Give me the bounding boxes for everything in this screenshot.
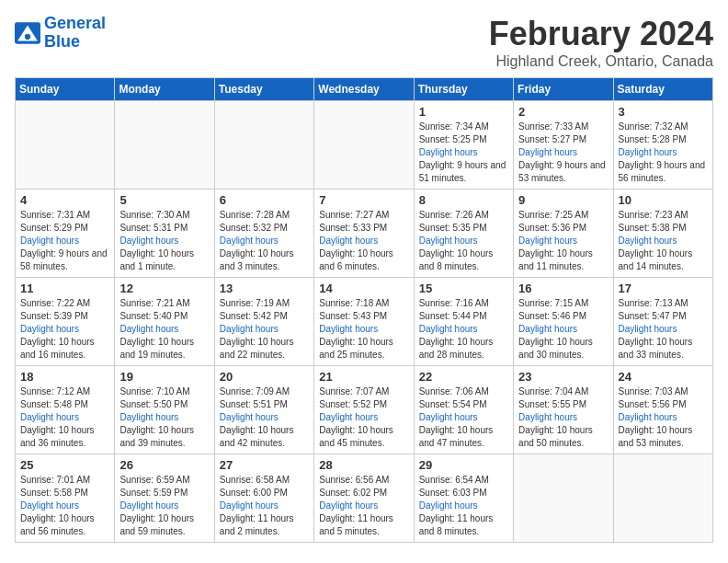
calendar-cell: 22Sunrise: 7:06 AMSunset: 5:54 PMDayligh… [414,366,513,454]
day-info: Sunrise: 7:28 AMSunset: 5:32 PMDaylight … [220,209,309,273]
sunset-text: Sunset: 5:44 PM [419,311,487,321]
calendar-cell: 18Sunrise: 7:12 AMSunset: 5:48 PMDayligh… [16,366,115,454]
day-number: 25 [20,458,109,472]
logo-text-line2: Blue [44,33,106,52]
sunrise-text: Sunrise: 6:58 AM [220,475,290,485]
daylight-label: Daylight hours [220,412,279,422]
calendar-cell: 8Sunrise: 7:26 AMSunset: 5:35 PMDaylight… [414,190,513,278]
sunrise-text: Sunrise: 7:07 AM [319,386,389,396]
day-info: Sunrise: 7:25 AMSunset: 5:36 PMDaylight … [518,209,608,273]
day-number: 19 [119,370,209,384]
sunrise-text: Sunrise: 7:13 AM [619,298,688,308]
logo-icon [15,22,40,44]
sunrise-text: Sunrise: 7:28 AM [220,210,290,220]
daylight-text: Daylight: 10 hours and 42 minutes. [220,425,294,448]
svg-point-2 [25,34,30,40]
day-number: 16 [518,282,608,295]
sunset-text: Sunset: 5:55 PM [518,399,586,409]
sunrise-text: Sunrise: 7:19 AM [220,298,290,308]
daylight-label: Daylight hours [119,236,178,246]
sunrise-text: Sunrise: 7:03 AM [619,386,688,396]
logo: General Blue [15,15,106,52]
day-number: 12 [119,282,209,295]
header-cell-tuesday: Tuesday [214,78,313,101]
day-info: Sunrise: 7:22 AMSunset: 5:39 PMDaylight … [20,297,109,362]
daylight-label: Daylight hours [419,500,478,511]
daylight-label: Daylight hours [619,324,677,334]
sunset-text: Sunset: 5:58 PM [20,488,88,498]
daylight-label: Daylight hours [419,324,478,334]
sunset-text: Sunset: 5:38 PM [619,223,687,233]
daylight-text: Daylight: 10 hours and 19 minutes. [119,337,194,360]
daylight-label: Daylight hours [419,236,478,246]
day-info: Sunrise: 7:26 AMSunset: 5:35 PMDaylight … [419,209,508,273]
header: General Blue February 2024 Highland Cree… [15,15,713,70]
day-info: Sunrise: 7:01 AMSunset: 5:58 PMDaylight … [20,474,109,538]
sunrise-text: Sunrise: 7:31 AM [20,210,90,220]
calendar-cell: 9Sunrise: 7:25 AMSunset: 5:36 PMDaylight… [514,190,613,278]
daylight-label: Daylight hours [518,412,577,422]
day-info: Sunrise: 7:15 AMSunset: 5:46 PMDaylight … [518,297,608,362]
day-number: 9 [518,193,608,207]
sunrise-text: Sunrise: 6:54 AM [419,475,489,485]
daylight-text: Daylight: 10 hours and 11 minutes. [518,248,593,271]
daylight-label: Daylight hours [20,500,79,511]
calendar-cell [214,101,313,190]
day-number: 7 [319,193,408,207]
daylight-text: Daylight: 10 hours and 39 minutes. [119,425,194,448]
sunrise-text: Sunrise: 7:21 AM [119,298,189,308]
sunrise-text: Sunrise: 7:22 AM [20,298,90,308]
day-info: Sunrise: 7:30 AMSunset: 5:31 PMDaylight … [119,209,209,273]
day-number: 6 [220,193,309,207]
sunrise-text: Sunrise: 7:18 AM [319,298,389,308]
day-number: 21 [319,370,408,384]
calendar-cell: 25Sunrise: 7:01 AMSunset: 5:58 PMDayligh… [16,454,115,543]
day-number: 8 [419,193,508,207]
logo-text-line1: General [44,15,106,33]
sunset-text: Sunset: 5:33 PM [319,223,387,233]
day-info: Sunrise: 6:54 AMSunset: 6:03 PMDaylight … [419,474,508,538]
daylight-text: Daylight: 11 hours and 2 minutes. [220,513,294,536]
sunrise-text: Sunrise: 7:10 AM [119,386,189,396]
calendar-cell [115,101,214,190]
daylight-label: Daylight hours [319,500,378,511]
day-info: Sunrise: 7:06 AMSunset: 5:54 PMDaylight … [419,385,508,450]
day-number: 18 [20,370,109,384]
header-row: SundayMondayTuesdayWednesdayThursdayFrid… [16,78,713,101]
calendar-cell [16,101,115,190]
sunset-text: Sunset: 5:39 PM [20,311,88,321]
sunset-text: Sunset: 5:42 PM [220,311,288,321]
sunrise-text: Sunrise: 7:33 AM [518,121,588,132]
header-cell-friday: Friday [514,78,613,101]
daylight-label: Daylight hours [619,412,677,422]
calendar-cell: 28Sunrise: 6:56 AMSunset: 6:02 PMDayligh… [314,454,414,543]
day-number: 27 [220,458,309,472]
daylight-text: Daylight: 9 hours and 56 minutes. [619,160,706,183]
sunset-text: Sunset: 5:36 PM [518,223,586,233]
day-number: 10 [619,193,708,207]
sunset-text: Sunset: 5:46 PM [518,311,586,321]
daylight-text: Daylight: 10 hours and 56 minutes. [20,513,95,536]
calendar-cell: 24Sunrise: 7:03 AMSunset: 5:56 PMDayligh… [613,366,712,454]
daylight-text: Daylight: 10 hours and 36 minutes. [20,425,95,448]
calendar-cell: 16Sunrise: 7:15 AMSunset: 5:46 PMDayligh… [514,278,613,366]
daylight-text: Daylight: 10 hours and 22 minutes. [220,337,294,360]
day-info: Sunrise: 7:18 AMSunset: 5:43 PMDaylight … [319,297,408,362]
calendar-cell: 17Sunrise: 7:13 AMSunset: 5:47 PMDayligh… [613,278,712,366]
sunset-text: Sunset: 5:51 PM [220,399,288,409]
calendar-cell: 6Sunrise: 7:28 AMSunset: 5:32 PMDaylight… [214,190,313,278]
day-info: Sunrise: 7:04 AMSunset: 5:55 PMDaylight … [518,385,608,450]
day-info: Sunrise: 7:34 AMSunset: 5:25 PMDaylight … [419,121,508,185]
daylight-text: Daylight: 10 hours and 30 minutes. [518,337,593,360]
sunrise-text: Sunrise: 7:30 AM [119,210,189,220]
day-number: 15 [419,282,508,295]
day-info: Sunrise: 7:13 AMSunset: 5:47 PMDaylight … [619,297,708,362]
daylight-text: Daylight: 10 hours and 59 minutes. [119,513,194,536]
sunrise-text: Sunrise: 7:04 AM [518,386,588,396]
day-number: 29 [419,458,508,472]
sunset-text: Sunset: 5:47 PM [619,311,687,321]
calendar-cell: 12Sunrise: 7:21 AMSunset: 5:40 PMDayligh… [115,278,214,366]
sunrise-text: Sunrise: 7:01 AM [20,475,90,485]
daylight-label: Daylight hours [419,147,478,157]
day-info: Sunrise: 7:32 AMSunset: 5:28 PMDaylight … [619,121,708,185]
